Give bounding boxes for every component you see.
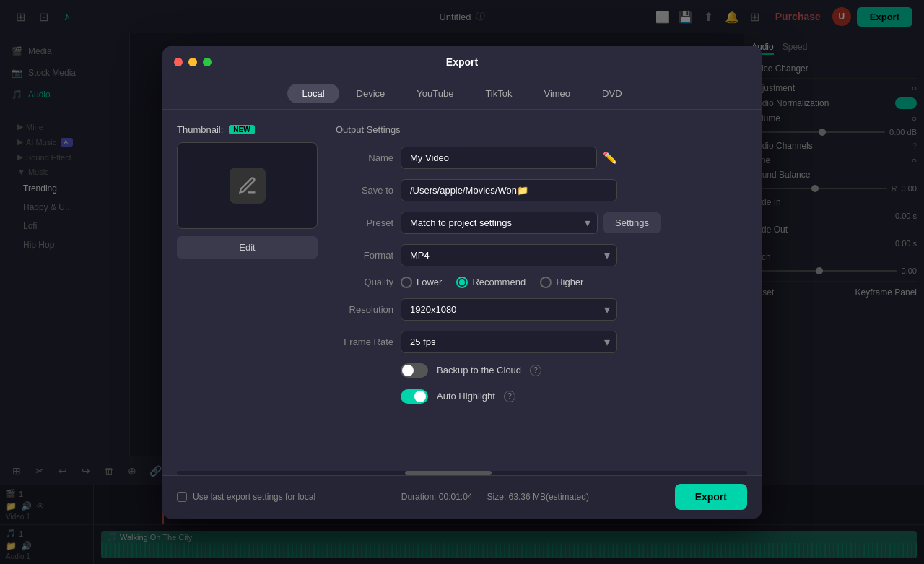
quality-row: Quality Lower Recommend xyxy=(336,277,747,288)
dialog-scrollbar-thumb[interactable] xyxy=(405,471,492,475)
autohighlight-toggle-thumb xyxy=(414,391,426,402)
quality-options: Lower Recommend Higher xyxy=(401,277,747,288)
tab-vimeo[interactable]: Vimeo xyxy=(529,84,585,103)
format-label: Format xyxy=(336,250,393,261)
modal-overlay: Export Local Device YouTube TikTok Vimeo… xyxy=(0,0,924,564)
quality-higher-label: Higher xyxy=(556,277,583,287)
preset-row: Preset Match to project settings 1080p H… xyxy=(336,212,747,234)
duration-label: Duration: xyxy=(401,492,437,502)
save-to-value: /Users/apple/Movies/Won xyxy=(410,185,517,196)
resolution-select[interactable]: 1920x1080 1280x720 3840x2160 xyxy=(401,298,617,321)
footer-export-button[interactable]: Export xyxy=(675,484,747,510)
thumbnail-edit-button[interactable]: Edit xyxy=(177,236,318,259)
size-label: Size: xyxy=(487,492,507,502)
dialog-tabs: Local Device YouTube TikTok Vimeo DVD xyxy=(162,78,762,110)
last-settings-label: Use last export settings for local xyxy=(193,492,315,502)
resolution-row: Resolution 1920x1080 1280x720 3840x2160 xyxy=(336,298,747,321)
quality-recommend[interactable]: Recommend xyxy=(456,277,526,288)
quality-recommend-label: Recommend xyxy=(472,277,526,287)
size-value: 63.36 MB(estimated) xyxy=(509,492,589,502)
preset-label: Preset xyxy=(336,217,393,228)
duration-value: 00:01:04 xyxy=(439,492,473,502)
preset-select-wrapper: Match to project settings 1080p HD 4K Ul… xyxy=(401,212,598,234)
tab-dvd[interactable]: DVD xyxy=(588,84,636,103)
autohighlight-help-icon[interactable]: ? xyxy=(504,391,515,402)
maximize-dot[interactable] xyxy=(203,58,212,66)
save-to-input[interactable]: /Users/apple/Movies/Won 📁 xyxy=(401,179,617,201)
autohighlight-label: Auto Highlight xyxy=(437,391,495,402)
output-settings: Output Settings Name ✏️ Save to /User xyxy=(336,124,747,456)
quality-lower[interactable]: Lower xyxy=(401,277,442,288)
close-dot[interactable] xyxy=(174,58,183,66)
save-to-row: Save to /Users/apple/Movies/Won 📁 xyxy=(336,179,747,201)
name-label: Name xyxy=(336,152,393,163)
resolution-label: Resolution xyxy=(336,304,393,315)
autohighlight-toggle[interactable] xyxy=(401,389,428,404)
output-title: Output Settings xyxy=(336,124,747,135)
dialog-scrollbar-area xyxy=(177,471,747,475)
tab-device[interactable]: Device xyxy=(342,84,400,103)
format-row: Format MP4 MOV AVI xyxy=(336,244,747,266)
footer-left: Use last export settings for local xyxy=(177,492,315,502)
framerate-label: Frame Rate xyxy=(336,337,393,347)
size-display: Size: 63.36 MB(estimated) xyxy=(487,492,589,502)
quality-label: Quality xyxy=(336,277,393,287)
quality-higher[interactable]: Higher xyxy=(540,277,583,288)
save-to-label: Save to xyxy=(336,185,393,196)
thumbnail-section: Thumbnail: NEW Edit xyxy=(177,124,321,456)
autohighlight-row: Auto Highlight ? xyxy=(336,389,747,404)
dialog-titlebar: Export xyxy=(162,46,762,78)
export-dialog: Export Local Device YouTube TikTok Vimeo… xyxy=(162,46,762,519)
last-settings-checkbox[interactable] xyxy=(177,492,187,502)
thumbnail-preview xyxy=(177,142,318,229)
folder-open-icon[interactable]: 📁 xyxy=(517,185,611,196)
resolution-select-wrapper: 1920x1080 1280x720 3840x2160 xyxy=(401,298,617,321)
backup-toggle-thumb xyxy=(402,365,414,376)
backup-row: Backup to the Cloud ? xyxy=(336,363,747,378)
radio-recommend xyxy=(456,277,468,288)
preset-select[interactable]: Match to project settings 1080p HD 4K Ul… xyxy=(401,212,598,234)
radio-lower xyxy=(401,277,412,288)
new-badge: NEW xyxy=(229,125,254,134)
backup-toggle[interactable] xyxy=(401,363,428,378)
settings-button[interactable]: Settings xyxy=(603,212,661,233)
name-input[interactable] xyxy=(401,147,597,169)
thumbnail-placeholder-icon xyxy=(230,168,266,204)
thumbnail-label-row: Thumbnail: NEW xyxy=(177,124,321,135)
framerate-select-wrapper: 25 fps 24 fps 30 fps 60 fps xyxy=(401,331,617,353)
dialog-title: Export xyxy=(446,56,478,68)
tab-youtube[interactable]: YouTube xyxy=(402,84,468,103)
name-row: Name ✏️ xyxy=(336,147,747,169)
radio-higher xyxy=(540,277,552,288)
dialog-body: Thumbnail: NEW Edit Output Setting xyxy=(162,110,762,471)
quality-lower-label: Lower xyxy=(417,277,442,287)
backup-help-icon[interactable]: ? xyxy=(530,365,541,376)
tab-local[interactable]: Local xyxy=(287,84,339,103)
tab-tiktok[interactable]: TikTok xyxy=(471,84,526,103)
dialog-footer: Use last export settings for local Durat… xyxy=(162,475,762,519)
minimize-dot[interactable] xyxy=(188,58,197,66)
framerate-select[interactable]: 25 fps 24 fps 30 fps 60 fps xyxy=(401,331,617,353)
format-select-wrapper: MP4 MOV AVI xyxy=(401,244,617,266)
ai-edit-icon[interactable]: ✏️ xyxy=(603,151,617,165)
app-background: ⊞ ⊡ ♪ Untitled ⓘ ⬜ 💾 ⬆ 🔔 ⊞ Purchase U Ex… xyxy=(0,0,924,564)
footer-center: Duration: 00:01:04 Size: 63.36 MB(estima… xyxy=(401,492,589,502)
thumbnail-label-text: Thumbnail: xyxy=(177,124,223,135)
duration-display: Duration: 00:01:04 xyxy=(401,492,473,502)
format-select[interactable]: MP4 MOV AVI xyxy=(401,244,617,266)
dialog-window-controls xyxy=(174,58,212,66)
framerate-row: Frame Rate 25 fps 24 fps 30 fps 60 fps xyxy=(336,331,747,353)
backup-label: Backup to the Cloud xyxy=(437,365,521,376)
preset-container: Match to project settings 1080p HD 4K Ul… xyxy=(401,212,661,234)
